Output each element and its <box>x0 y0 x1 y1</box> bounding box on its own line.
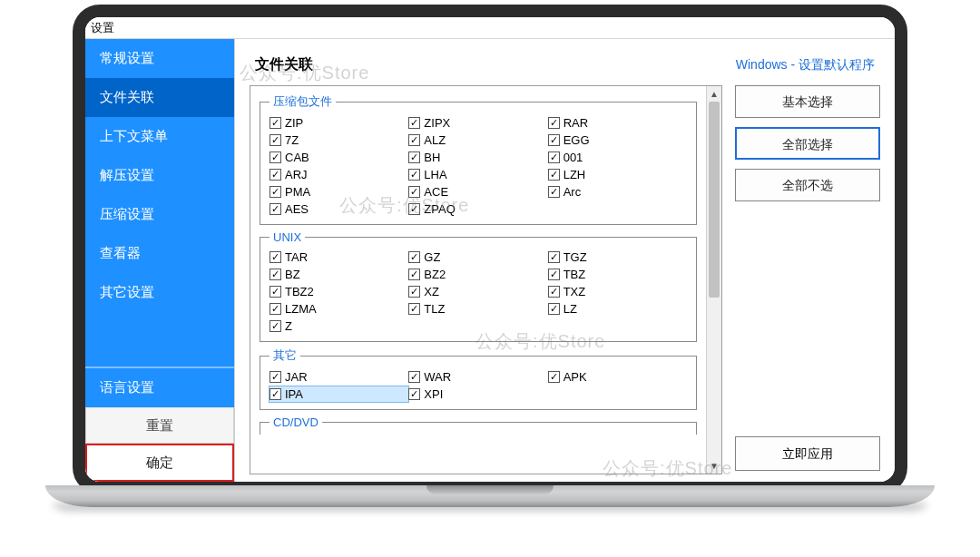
checkbox-icon <box>408 251 420 263</box>
filetype-checkbox[interactable]: GZ <box>408 249 547 265</box>
filetype-checkbox[interactable]: 001 <box>548 150 687 165</box>
checkbox-icon <box>408 371 420 383</box>
filetype-checkbox[interactable]: PMA <box>270 184 408 200</box>
column: APK <box>548 369 687 402</box>
filetype-checkbox[interactable]: ZIPX <box>408 115 547 131</box>
file-type-group: CD/DVD <box>260 415 697 435</box>
filetype-checkbox[interactable]: IPA <box>270 386 408 402</box>
checkbox-icon <box>408 134 420 146</box>
sidebar-item[interactable]: 查看器 <box>85 234 234 273</box>
filetype-checkbox[interactable]: Z <box>270 318 408 334</box>
filetype-checkbox[interactable]: TBZ2 <box>270 284 408 299</box>
filetype-checkbox[interactable]: ALZ <box>408 132 547 148</box>
filetype-checkbox[interactable]: TXZ <box>548 284 687 299</box>
filetype-checkbox[interactable]: XPI <box>408 386 547 402</box>
column: ZIPXALZBHLHAACEZPAQ <box>408 115 547 217</box>
file-association-list: 压缩包文件ZIP7ZCABARJPMAAESZIPXALZBHLHAACEZPA… <box>250 85 722 474</box>
select-all-button[interactable]: 全部选择 <box>735 127 880 160</box>
apply-now-button[interactable]: 立即应用 <box>735 436 880 471</box>
filetype-checkbox[interactable]: LZMA <box>270 301 408 317</box>
column: TGZTBZTXZLZ <box>548 249 687 334</box>
filetype-checkbox[interactable]: ZIP <box>270 115 408 131</box>
checkbox-label: BZ <box>285 268 300 281</box>
checkbox-label: GZ <box>424 250 440 264</box>
checkbox-icon <box>270 203 281 215</box>
sidebar-item-language[interactable]: 语言设置 <box>85 366 234 407</box>
filetype-checkbox[interactable]: APK <box>548 369 687 385</box>
filetype-checkbox[interactable]: XZ <box>408 284 547 299</box>
app-window: 设置 常规设置文件关联上下文菜单解压设置压缩设置查看器其它设置语言设置 重置 确… <box>85 17 895 482</box>
checkbox-label: JAR <box>285 370 308 384</box>
checkbox-label: BH <box>424 151 440 164</box>
scroll-thumb[interactable] <box>709 102 720 298</box>
scroll-up-button[interactable]: ▲ <box>707 86 721 102</box>
ok-button[interactable]: 确定 <box>85 444 234 482</box>
laptop-bezel: 设置 常规设置文件关联上下文菜单解压设置压缩设置查看器其它设置语言设置 重置 确… <box>73 5 907 494</box>
sidebar-item[interactable]: 常规设置 <box>85 39 234 78</box>
checkbox-icon <box>548 186 560 198</box>
filetype-checkbox[interactable]: BZ2 <box>408 267 547 282</box>
filetype-checkbox[interactable]: ZPAQ <box>408 201 547 217</box>
filetype-checkbox[interactable]: BH <box>408 150 547 165</box>
column: ZIP7ZCABARJPMAAES <box>270 115 408 217</box>
checkbox-icon <box>548 169 560 181</box>
checkbox-label: LZH <box>564 168 586 181</box>
filetype-checkbox[interactable]: BZ <box>270 267 408 282</box>
app-body: 常规设置文件关联上下文菜单解压设置压缩设置查看器其它设置语言设置 重置 确定 文… <box>85 39 895 482</box>
sidebar-item[interactable]: 文件关联 <box>85 78 234 117</box>
select-none-button[interactable]: 全部不选 <box>735 169 880 201</box>
filetype-checkbox[interactable]: Arc <box>548 184 687 200</box>
filetype-checkbox[interactable]: ACE <box>408 184 547 200</box>
checkbox-label: TXZ <box>564 285 586 298</box>
checkbox-label: ZIP <box>285 116 303 130</box>
checkbox-icon <box>548 371 560 383</box>
sidebar-item[interactable]: 解压设置 <box>85 156 234 195</box>
sidebar-footer: 重置 确定 <box>85 407 234 482</box>
filetype-checkbox[interactable]: ARJ <box>270 167 408 182</box>
filetype-checkbox[interactable]: LHA <box>408 167 547 182</box>
filetype-checkbox[interactable]: JAR <box>270 369 408 385</box>
right-button-column: 基本选择 全部选择 全部不选 立即应用 <box>735 85 880 474</box>
filetype-checkbox[interactable]: WAR <box>408 369 547 385</box>
filetype-checkbox[interactable]: EGG <box>548 132 687 148</box>
reset-button[interactable]: 重置 <box>85 407 234 444</box>
checkbox-icon <box>408 388 420 400</box>
sidebar-item[interactable]: 上下文菜单 <box>85 117 234 156</box>
filetype-checkbox[interactable]: TBZ <box>548 267 687 282</box>
checkbox-icon <box>270 388 281 400</box>
checkbox-label: LHA <box>424 168 446 181</box>
file-type-group: 压缩包文件ZIP7ZCABARJPMAAESZIPXALZBHLHAACEZPA… <box>260 93 697 225</box>
checkbox-label: XPI <box>424 387 443 401</box>
checkbox-label: ZIPX <box>424 116 450 130</box>
filetype-checkbox[interactable]: AES <box>270 201 408 217</box>
filetype-checkbox[interactable]: TAR <box>270 249 408 265</box>
filetype-checkbox[interactable]: 7Z <box>270 132 408 148</box>
checkbox-icon <box>548 251 560 263</box>
filetype-checkbox[interactable]: CAB <box>270 150 408 165</box>
scroll-down-button[interactable]: ▼ <box>707 458 721 474</box>
checkbox-icon <box>270 269 281 280</box>
filetype-checkbox[interactable]: RAR <box>548 115 687 131</box>
scrollbar[interactable]: ▲ ▼ <box>706 86 721 474</box>
checkbox-icon <box>548 303 560 315</box>
sidebar-item[interactable]: 其它设置 <box>85 273 234 312</box>
basic-select-button[interactable]: 基本选择 <box>735 85 880 118</box>
window-titlebar[interactable]: 设置 <box>85 17 895 39</box>
checkbox-label: Arc <box>564 185 582 199</box>
scroll-track[interactable] <box>707 102 721 458</box>
filetype-checkbox[interactable]: LZH <box>548 167 687 182</box>
columns: TARBZTBZ2LZMAZGZBZ2XZTLZTGZTBZTXZLZ <box>270 249 687 334</box>
window-title: 设置 <box>91 21 114 34</box>
spacer <box>735 210 880 427</box>
checkbox-label: CAB <box>285 151 309 164</box>
filetype-checkbox[interactable]: LZ <box>548 301 687 317</box>
checkbox-icon <box>408 186 420 198</box>
sidebar-item[interactable]: 压缩设置 <box>85 195 234 234</box>
column: JARIPA <box>270 369 408 402</box>
checkbox-label: 001 <box>564 151 583 164</box>
filetype-checkbox[interactable]: TGZ <box>548 249 687 265</box>
filetype-checkbox[interactable]: TLZ <box>408 301 547 317</box>
windows-default-programs-link[interactable]: Windows - 设置默认程序 <box>736 57 875 73</box>
group-legend: 压缩包文件 <box>270 93 336 110</box>
checkbox-label: ZPAQ <box>424 202 455 216</box>
